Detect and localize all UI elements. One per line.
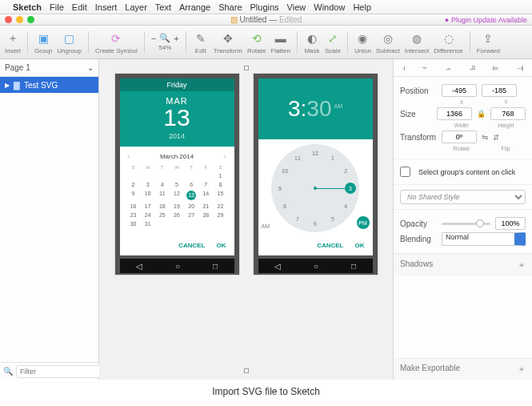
menu-plugins[interactable]: Plugins — [250, 2, 279, 12]
mask-button[interactable]: ◐Mask — [304, 30, 320, 54]
rotate-button[interactable]: ⟲Rotate — [247, 30, 266, 54]
clock-hour-9[interactable]: 9 — [278, 186, 282, 191]
calendar-day[interactable]: 17 — [141, 203, 155, 209]
close-button[interactable] — [5, 16, 12, 23]
select-group-checkbox[interactable] — [400, 167, 410, 177]
calendar-day[interactable]: 19 — [170, 203, 184, 209]
clock-face[interactable]: 121234567891011 — [271, 144, 359, 232]
plugin-update-notice[interactable]: Plugin Update Available — [445, 16, 527, 24]
calendar-day[interactable]: 16 — [126, 203, 141, 209]
width-input[interactable] — [437, 107, 472, 120]
difference-button[interactable]: ◌Difference — [434, 30, 462, 54]
align-center-v-icon[interactable]: ⫢ — [492, 63, 500, 72]
cancel-button[interactable]: CANCEL — [178, 242, 205, 249]
pm-label[interactable]: PM — [357, 216, 370, 229]
clock-hour-12[interactable]: 12 — [312, 151, 318, 156]
scale-button[interactable]: ⤢Scale — [325, 30, 341, 54]
calendar-day[interactable]: 18 — [155, 203, 170, 209]
calendar-day[interactable]: 22 — [213, 203, 227, 209]
calendar-day[interactable]: 24 — [141, 212, 155, 218]
lock-aspect-icon[interactable]: 🔒 — [477, 110, 486, 118]
canvas[interactable]: Friday MAR 13 2014 ‹ March 2014 › SMTWTF… — [99, 59, 393, 380]
insert-button[interactable]: ＋Insert — [5, 30, 21, 54]
calendar-day[interactable]: 4 — [155, 182, 170, 187]
menu-sketch[interactable]: Sketch — [13, 2, 42, 12]
align-right-icon[interactable]: ⫠ — [445, 63, 453, 72]
recents-icon[interactable]: □ — [213, 262, 218, 271]
forward-button[interactable]: ⇪Forward — [477, 30, 500, 54]
flip-v-icon[interactable]: ⇵ — [493, 133, 499, 142]
calendar-day[interactable]: 25 — [155, 212, 170, 218]
calendar-day[interactable]: 10 — [141, 191, 155, 200]
group-button[interactable]: ▣Group — [34, 30, 52, 54]
clock-hour-2[interactable]: 2 — [344, 168, 347, 174]
selection-handle-top[interactable] — [244, 66, 249, 70]
height-input[interactable] — [490, 107, 526, 120]
calendar-day[interactable]: 11 — [155, 191, 170, 200]
ungroup-button[interactable]: ▢Ungroup — [57, 30, 82, 54]
calendar-day[interactable]: 12 — [170, 191, 184, 200]
clock-hour-11[interactable]: 11 — [294, 155, 301, 160]
calendar-day[interactable]: 28 — [198, 212, 213, 218]
calendar-day[interactable]: 14 — [198, 191, 213, 200]
calendar-day[interactable]: 15 — [213, 191, 227, 200]
clock-hour-1[interactable]: 1 — [331, 155, 334, 160]
clock-hour-5[interactable]: 5 — [331, 216, 334, 222]
menu-view[interactable]: View — [287, 2, 306, 12]
blending-select[interactable]: Normal — [442, 232, 526, 246]
clock-hour-10[interactable]: 10 — [282, 168, 288, 174]
add-shadow-icon[interactable]: ＋ — [518, 259, 526, 271]
cancel-button[interactable]: CANCEL — [317, 242, 343, 249]
calendar-day[interactable]: 8 — [213, 182, 227, 187]
recents-icon[interactable]: □ — [351, 262, 356, 271]
menu-file[interactable]: File — [50, 2, 64, 12]
calendar-day[interactable]: 26 — [170, 212, 184, 218]
menu-window[interactable]: Window — [314, 2, 345, 12]
intersect-button[interactable]: ◍Intersect — [405, 30, 430, 54]
flip-h-icon[interactable]: ⇋ — [482, 133, 488, 142]
union-button[interactable]: ◉Union — [354, 30, 371, 54]
shadows-section[interactable]: Shadows＋ — [394, 254, 532, 275]
calendar-day[interactable]: 23 — [126, 212, 141, 218]
edit-button[interactable]: ✎Edit — [193, 30, 209, 54]
menu-insert[interactable]: Insert — [95, 2, 118, 12]
ok-button[interactable]: OK — [217, 242, 226, 249]
subtract-button[interactable]: ◎Subtract — [376, 30, 400, 54]
add-export-icon[interactable]: ＋ — [518, 364, 526, 375]
menu-edit[interactable]: Edit — [72, 2, 87, 12]
align-center-h-icon[interactable]: ⫟ — [421, 63, 429, 72]
calendar-day[interactable]: 6 — [184, 182, 198, 187]
rotate-input[interactable] — [442, 131, 477, 143]
calendar-day[interactable]: 9 — [126, 191, 141, 200]
clock-hour-3[interactable]: 3 — [345, 183, 356, 194]
align-left-icon[interactable]: ⫞ — [402, 63, 406, 72]
transform-button[interactable]: ✥Transform — [214, 30, 242, 54]
disclosure-triangle-icon[interactable]: ▶ — [5, 82, 10, 89]
make-exportable-section[interactable]: Make Exportable＋ — [394, 358, 532, 380]
alignment-tabs[interactable]: ⫞⫟⫠ ⫡⫢⫣ — [394, 59, 532, 77]
menu-share[interactable]: Share — [218, 2, 242, 12]
shared-style-select[interactable]: No Shared Style — [400, 190, 526, 204]
calendar-day[interactable]: 5 — [170, 182, 184, 187]
clock-hour-8[interactable]: 8 — [283, 203, 286, 209]
calendar-day[interactable]: 2 — [126, 182, 141, 187]
calendar-day[interactable]: 30 — [126, 221, 141, 227]
create-symbol-button[interactable]: ⟳Create Symbol — [95, 30, 138, 54]
calendar-day[interactable]: 7 — [198, 182, 213, 187]
layer-test-svg[interactable]: ▶ ▇ Test SVG — [0, 77, 98, 93]
position-y-input[interactable] — [482, 84, 517, 97]
page-selector[interactable]: Page 1⌄ — [0, 59, 98, 77]
opacity-value-input[interactable] — [495, 217, 526, 230]
home-icon[interactable]: ○ — [175, 262, 180, 271]
zoom-in-icon[interactable]: + — [174, 34, 178, 43]
artboard-date-picker[interactable]: Friday MAR 13 2014 ‹ March 2014 › SMTWTF… — [115, 74, 239, 275]
next-month-icon[interactable]: › — [224, 153, 226, 160]
zoom-control[interactable]: −🔍+ 54% — [151, 33, 179, 51]
menu-arrange[interactable]: Arrange — [179, 2, 210, 12]
calendar-day[interactable]: 1 — [213, 173, 227, 179]
calendar-day[interactable]: 29 — [213, 212, 227, 218]
menu-help[interactable]: Help — [353, 2, 371, 12]
am-label[interactable]: AM — [262, 223, 270, 229]
calendar-day[interactable]: 27 — [184, 212, 198, 218]
home-icon[interactable]: ○ — [314, 262, 318, 271]
